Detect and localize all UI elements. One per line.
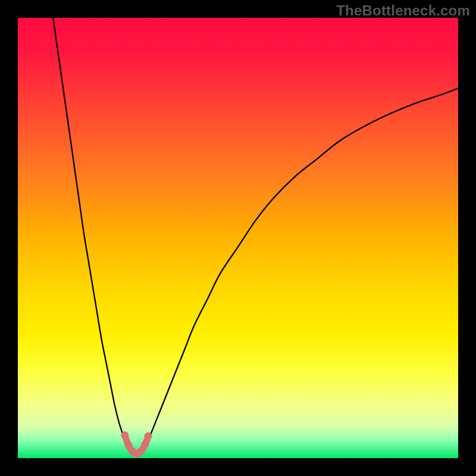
gradient-background (18, 18, 458, 458)
plot-area (18, 18, 458, 458)
valley-marker-dot (121, 431, 129, 439)
valley-marker-dot (145, 433, 152, 440)
chart-svg (18, 18, 458, 458)
watermark-text: TheBottleneck.com (336, 2, 470, 19)
valley-marker-dot (141, 441, 149, 449)
valley-marker-dot (137, 447, 145, 455)
chart-frame: TheBottleneck.com (0, 0, 476, 476)
